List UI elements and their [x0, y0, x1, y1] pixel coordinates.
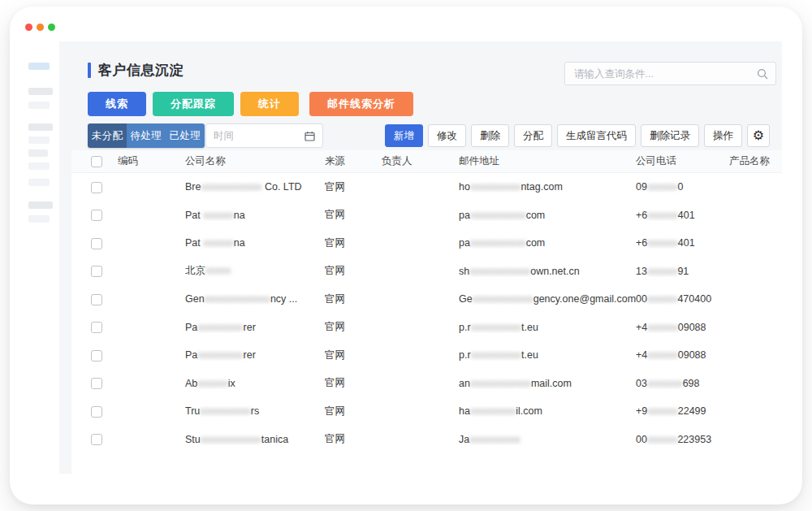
filter-tab-pending[interactable]: 待处理 [127, 123, 166, 148]
sidebar-skeleton-item[interactable] [28, 123, 53, 131]
header-cell-code: 编码 [118, 154, 185, 168]
action-button-generate-message-code[interactable]: 生成留言代码 [557, 124, 636, 147]
cell-email: paxxxxxxxxxxxcom [459, 210, 636, 221]
action-button-delete-records[interactable]: 删除记录 [641, 124, 699, 147]
redacted-text: xxxxxx [647, 181, 678, 193]
row-checkbox[interactable] [91, 378, 102, 389]
row-checkbox[interactable] [91, 406, 102, 418]
cell-company: Brexxxxxxxxxxxx Co. LTD [185, 181, 325, 193]
redacted-text: xxxxxxxxxxxx [470, 378, 531, 389]
cell-company: Pat xxxxxxna [185, 210, 325, 221]
cell-email: Jaxxxxxxxxxx [459, 434, 636, 445]
nav-button-email-lead-analysis[interactable]: 邮件线索分析 [309, 92, 413, 116]
table-row[interactable]: Paxxxxxxxxxrer 官网 p.rxxxxxxxxxxt.eu +4xx… [71, 341, 782, 370]
row-checkbox[interactable] [91, 238, 102, 249]
leads-table: 编码公司名称来源负责人邮件地址公司电话产品名称 Brexxxxxxxxxxxx … [71, 150, 782, 474]
redacted-text: xxxxxxxxx [197, 322, 243, 333]
redacted-text: xxxxxx [203, 237, 234, 249]
sidebar-skeleton-item[interactable] [28, 162, 50, 170]
sidebar-skeleton-item[interactable] [28, 136, 50, 144]
nav-button-stats[interactable]: 统计 [240, 92, 299, 116]
filter-tab-processed[interactable]: 已处理 [166, 123, 205, 148]
row-checkbox[interactable] [91, 210, 102, 221]
nav-buttons: 线索分配跟踪统计邮件线索分析 [88, 92, 420, 116]
header-cell-source: 来源 [325, 154, 382, 168]
row-checkbox[interactable] [91, 182, 102, 193]
redacted-text: xxxxxx [647, 237, 678, 249]
cell-phone: 09xxxxxx0 [636, 181, 729, 193]
select-all-checkbox[interactable] [91, 156, 102, 167]
header-cell-company: 公司名称 [185, 154, 325, 168]
cell-source: 官网 [325, 349, 382, 362]
action-button-edit[interactable]: 修改 [428, 124, 466, 147]
table-row[interactable]: Abxxxxxxix 官网 anxxxxxxxxxxxxmail.com 03x… [71, 370, 782, 398]
action-button-add[interactable]: 新增 [385, 124, 423, 147]
table-row[interactable]: Truxxxxxxxxxxrs 官网 haxxxxxxxxxil.com +9x… [71, 397, 782, 426]
cell-email: p.rxxxxxxxxxxt.eu [459, 322, 636, 333]
cell-phone: +6xxxxxx401 [636, 237, 729, 249]
date-placeholder: 时间 [214, 129, 304, 143]
sidebar-skeleton-item[interactable] [28, 102, 50, 109]
sidebar-skeleton-item[interactable] [28, 201, 53, 209]
redacted-text: xxxxxxxxx [197, 349, 243, 361]
table-row[interactable]: Brexxxxxxxxxxxx Co. LTD 官网 hoxxxxxxxxxxn… [71, 173, 782, 201]
cell-company: Stuxxxxxxxxxxxxtanica [185, 434, 325, 445]
redacted-text: xxxxxx [647, 266, 678, 277]
cell-phone: 00xxxxxx223953 [636, 434, 729, 445]
filter-tab-group: 未分配待处理已处理 [88, 123, 205, 148]
cell-phone: 13xxxxxx91 [636, 266, 729, 277]
header-cell-product: 产品名称 [729, 154, 782, 168]
cell-source: 官网 [325, 405, 382, 418]
redacted-text: xxxxxx [647, 210, 678, 221]
cell-source: 官网 [325, 180, 382, 194]
date-input[interactable]: 时间 [205, 123, 323, 148]
sidebar-skeleton-item[interactable] [28, 149, 48, 157]
table-row[interactable]: Stuxxxxxxxxxxxxtanica 官网 Jaxxxxxxxxxx 00… [71, 426, 782, 454]
redacted-text: xxxxxxx [647, 378, 683, 389]
table-row[interactable]: 北京xxxxx 官网 shxxxxxxxxxxxxown.net.cn 13xx… [71, 258, 782, 286]
nav-button-assign-track[interactable]: 分配跟踪 [153, 92, 234, 116]
table-row[interactable]: Genxxxxxxxxxxxxxncy ... 官网 Gexxxxxxxxxxx… [71, 285, 782, 314]
cell-company: Truxxxxxxxxxxrs [185, 405, 325, 417]
action-button-delete[interactable]: 删除 [471, 124, 509, 147]
redacted-text: xxxxxx [647, 434, 678, 445]
cell-company: 北京xxxxx [185, 264, 325, 278]
action-button-actions[interactable]: 操作 [704, 124, 742, 147]
redacted-text: xxxxxx [197, 378, 228, 389]
sidebar-skeleton-item[interactable] [28, 63, 50, 70]
row-checkbox[interactable] [91, 434, 102, 445]
sidebar-skeleton-item[interactable] [28, 215, 50, 223]
cell-source: 官网 [325, 376, 382, 390]
row-checkbox[interactable] [91, 266, 102, 277]
cell-phone: +6xxxxxx401 [636, 210, 729, 221]
settings-button[interactable]: ⚙ [747, 124, 770, 147]
sidebar-skeleton-item[interactable] [28, 88, 53, 95]
sidebar [10, 6, 59, 505]
cell-phone: 03xxxxxxx698 [636, 378, 729, 389]
row-checkbox[interactable] [91, 322, 102, 333]
row-checkbox[interactable] [91, 294, 102, 305]
redacted-text: xxxxxx [647, 293, 678, 305]
header-cell-owner: 负责人 [382, 154, 459, 168]
cell-email: hoxxxxxxxxxxntag.com [459, 181, 636, 193]
nav-button-leads[interactable]: 线索 [88, 92, 146, 116]
header-cell-email: 邮件地址 [459, 154, 636, 168]
row-checkbox[interactable] [91, 350, 102, 362]
cell-source: 官网 [325, 264, 382, 278]
redacted-text: xxxxxxxxxxxxx [205, 293, 270, 305]
redacted-text: xxxxxx [647, 349, 678, 361]
search-input[interactable] [565, 68, 757, 80]
table-row[interactable]: Pat xxxxxxna 官网 paxxxxxxxxxxxcom +6xxxxx… [71, 201, 782, 230]
table-row[interactable]: Pat xxxxxxna 官网 paxxxxxxxxxxxcom +6xxxxx… [71, 229, 782, 258]
search-icon[interactable] [757, 68, 768, 80]
table-row[interactable]: Paxxxxxxxxxrer 官网 p.rxxxxxxxxxxt.eu +4xx… [71, 314, 782, 342]
search-box [564, 62, 776, 85]
redacted-text: xxxxxxxxxx [470, 181, 521, 193]
cell-email: p.rxxxxxxxxxxt.eu [459, 349, 636, 361]
cell-source: 官网 [325, 236, 382, 250]
action-button-assign[interactable]: 分配 [514, 124, 552, 147]
filter-tab-unassigned[interactable]: 未分配 [88, 123, 127, 148]
cell-company: Abxxxxxxix [185, 378, 325, 389]
title-bar: 客户信息沉淀 [88, 61, 184, 80]
sidebar-skeleton-item[interactable] [28, 179, 50, 186]
